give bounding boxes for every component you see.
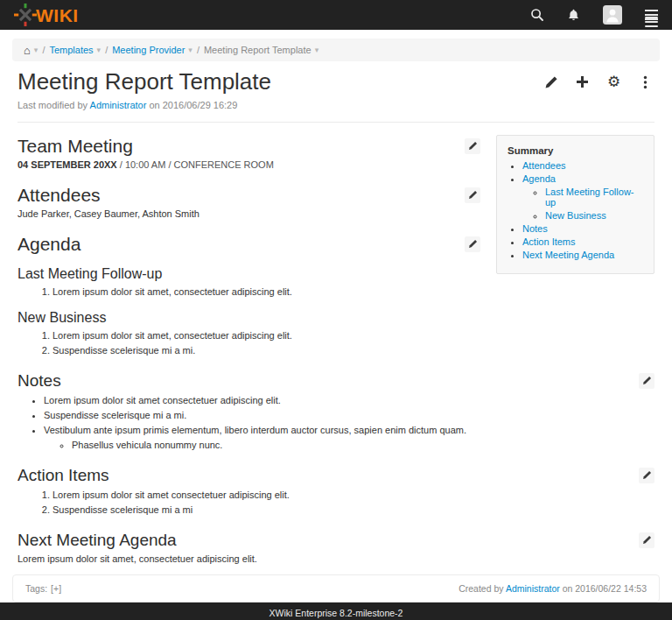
settings-gear-icon[interactable]: ⚙	[606, 74, 621, 89]
chevron-down-icon[interactable]: ▾	[34, 44, 38, 56]
chevron-down-icon[interactable]: ▾	[315, 44, 319, 56]
section-attendees: Attendees	[18, 184, 480, 206]
version-footer: XWiki Enterprise 8.2-milestone-2	[0, 602, 672, 620]
summary-list-item: Last Meeting Follow-up	[545, 187, 643, 208]
summary-list-item: Next Meeting Agenda	[522, 250, 643, 260]
modified-author-link[interactable]: Administrator	[90, 100, 147, 110]
breadcrumb-link-templates[interactable]: Templates	[49, 44, 93, 56]
more-actions-kebab-icon[interactable]	[638, 74, 653, 89]
list-item: Suspendisse scelerisque mi a mi.	[44, 409, 654, 422]
list-item: Lorem ipsum dolor sit amet, consectetuer…	[52, 329, 654, 342]
list-item: Suspendisse scelerisque mi a mi.	[52, 344, 654, 357]
chevron-down-icon[interactable]: ▾	[97, 44, 102, 56]
breadcrumb: ⌂ ▾ / Templates ▾ / Meeting Provider ▾ /…	[12, 39, 660, 61]
created-suffix: on 2016/06/22 14:53	[560, 583, 647, 594]
summary-link-last-meeting-follow-up[interactable]: Last Meeting Follow-up	[545, 187, 634, 208]
list-item: Vestibulum ante ipsum primis elementum, …	[44, 424, 654, 452]
chevron-down-icon[interactable]: ▾	[188, 44, 192, 56]
subsection-title-new-business: New Business	[18, 309, 654, 327]
document-content: Summary Attendees Agenda Last Meeting Fo…	[0, 133, 672, 567]
last-modified-line: Last modified by Administrator on 2016/0…	[18, 99, 654, 111]
edit-section-button[interactable]	[639, 373, 654, 389]
summary-panel: Summary Attendees Agenda Last Meeting Fo…	[496, 135, 654, 274]
summary-link-action-items[interactable]: Action Items	[522, 236, 576, 247]
page-actions: ⚙	[543, 67, 654, 89]
summary-link-agenda[interactable]: Agenda	[522, 173, 556, 184]
edit-page-button[interactable]	[543, 74, 558, 89]
breadcrumb-link-meeting-provider[interactable]: Meeting Provider	[112, 44, 185, 56]
user-avatar[interactable]	[603, 5, 622, 25]
section-team-meeting: Team Meeting	[18, 135, 480, 157]
list-item: Phasellus vehicula nonummy nunc.	[72, 439, 654, 452]
add-tag-button[interactable]: [+]	[51, 582, 61, 595]
version-text: XWiki Enterprise 8.2-milestone-2	[270, 608, 403, 618]
section-title-notes: Notes	[18, 370, 61, 391]
section-title-agenda: Agenda	[18, 233, 80, 255]
xwiki-logo[interactable]: WIKI	[14, 4, 79, 26]
meeting-date: 04 SEPTEMBER 20XX	[18, 159, 117, 170]
hamburger-menu-icon[interactable]	[645, 9, 658, 21]
summary-list-item: New Business	[545, 210, 643, 221]
create-page-button[interactable]	[575, 74, 590, 89]
breadcrumb-separator: /	[105, 44, 108, 56]
edit-section-button[interactable]	[639, 532, 654, 548]
summary-list-item: Attendees	[522, 160, 643, 171]
created-line: Created by Administrator on 2016/06/22 1…	[458, 582, 647, 595]
action-items-list: Lorem ipsum dolor sit amet consectetuer …	[18, 489, 654, 517]
page-header: Meeting Report Template ⚙ Last modified …	[0, 61, 672, 111]
section-notes: Notes	[18, 370, 654, 391]
created-author-link[interactable]: Administrator	[506, 583, 560, 594]
notifications-bell-icon[interactable]	[567, 8, 580, 22]
navbar-actions	[530, 5, 658, 25]
summary-list-item: Agenda Last Meeting Follow-up New Busine…	[522, 173, 643, 221]
document-footer-info: Tags: [+] Created by Administrator on 20…	[12, 574, 660, 602]
breadcrumb-current-page: Meeting Report Template	[204, 44, 312, 56]
edit-section-button[interactable]	[465, 236, 480, 252]
top-navbar: WIKI	[0, 0, 672, 30]
tags-label: Tags:	[25, 582, 47, 595]
list-item: Lorem ipsum dolor sit amet consectetuer …	[44, 394, 654, 407]
notes-sublist: Phasellus vehicula nonummy nunc.	[44, 439, 654, 452]
edit-section-button[interactable]	[465, 138, 480, 154]
section-next-meeting-agenda: Next Meeting Agenda	[18, 529, 654, 551]
summary-list: Attendees Agenda Last Meeting Follow-up …	[508, 160, 643, 260]
brand-wordmark: WIKI	[36, 6, 79, 25]
list-item: Lorem ipsum dolor sit amet, consectetuer…	[52, 285, 654, 299]
edit-section-button[interactable]	[639, 468, 654, 483]
summary-list-item: Action Items	[522, 236, 643, 247]
modified-prefix: Last modified by	[18, 100, 90, 110]
summary-link-notes[interactable]: Notes	[522, 223, 548, 234]
section-title-action-items: Action Items	[18, 464, 109, 486]
list-item: Suspendisse scelerisque mi a mi	[52, 504, 654, 517]
page-title: Meeting Report Template	[18, 68, 271, 95]
summary-sublist: Last Meeting Follow-up New Business	[522, 187, 643, 221]
breadcrumb-separator: /	[197, 44, 200, 56]
summary-title: Summary	[508, 145, 643, 156]
summary-link-next-meeting-agenda[interactable]: Next Meeting Agenda	[522, 250, 614, 260]
search-icon[interactable]	[530, 8, 544, 22]
edit-section-button[interactable]	[465, 187, 480, 203]
modified-suffix: on 2016/06/29 16:29	[146, 100, 237, 110]
section-title-attendees: Attendees	[18, 184, 101, 206]
new-business-list: Lorem ipsum dolor sit amet, consectetuer…	[18, 329, 654, 357]
list-item: Lorem ipsum dolor sit amet consectetuer …	[52, 489, 654, 502]
summary-list-item: Notes	[522, 223, 643, 234]
section-agenda: Agenda	[18, 233, 480, 255]
home-icon[interactable]: ⌂	[24, 46, 31, 55]
summary-link-attendees[interactable]: Attendees	[522, 160, 566, 171]
created-prefix: Created by	[458, 583, 506, 594]
meeting-time-location: / 10:00 AM / CONFERENCE ROOM	[117, 159, 274, 170]
section-title-next-meeting-agenda: Next Meeting Agenda	[18, 529, 177, 551]
last-meeting-list: Lorem ipsum dolor sit amet, consectetuer…	[18, 285, 654, 299]
summary-link-new-business[interactable]: New Business	[545, 210, 606, 221]
next-meeting-text: Lorem ipsum dolor sit amet, consectetuer…	[18, 553, 654, 566]
breadcrumb-separator: /	[42, 44, 45, 56]
xwiki-x-logo-icon	[14, 4, 37, 26]
notes-list: Lorem ipsum dolor sit amet consectetuer …	[18, 394, 654, 452]
section-action-items: Action Items	[18, 464, 654, 486]
header-divider	[18, 122, 654, 123]
section-title-team-meeting: Team Meeting	[18, 135, 133, 157]
